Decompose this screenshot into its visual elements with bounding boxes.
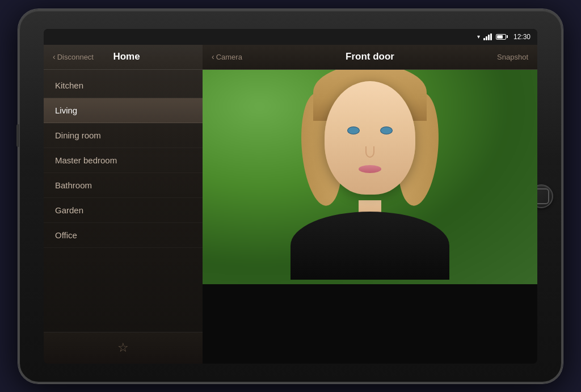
camera-bottom-area bbox=[203, 284, 537, 364]
sidebar-item-label: Dining room bbox=[55, 130, 101, 140]
camera-title: Front door bbox=[257, 51, 483, 62]
nose bbox=[365, 146, 374, 158]
wifi-icon: ▾ bbox=[477, 33, 480, 40]
sidebar-item-bathroom[interactable]: Bathroom bbox=[44, 173, 203, 198]
battery-tip bbox=[507, 35, 508, 38]
person-head bbox=[325, 81, 415, 206]
battery-icon bbox=[496, 34, 508, 40]
sidebar-item-label: Living bbox=[55, 106, 77, 115]
tablet-device: ▾ 12:30 bbox=[18, 9, 563, 383]
camera-back-label: Camera bbox=[216, 53, 242, 61]
favorites-icon[interactable]: ☆ bbox=[117, 340, 129, 355]
sidebar: ‹ Disconnect Home Kitchen Living Dining … bbox=[44, 45, 203, 364]
disconnect-button[interactable]: ‹ Disconnect bbox=[53, 52, 94, 61]
sidebar-item-master-bedroom[interactable]: Master bedroom bbox=[44, 148, 203, 173]
snapshot-button[interactable]: Snapshot bbox=[483, 53, 528, 61]
sidebar-item-label: Bathroom bbox=[55, 180, 92, 190]
battery-fill bbox=[497, 35, 503, 39]
eye-right bbox=[380, 127, 393, 134]
status-bar: ▾ 12:30 bbox=[44, 29, 537, 45]
nav-list: Kitchen Living Dining room Master bedroo… bbox=[44, 70, 203, 332]
eye-left bbox=[347, 127, 360, 134]
signal-bar-2 bbox=[486, 36, 487, 40]
sidebar-item-label: Master bedroom bbox=[55, 155, 117, 165]
camera-back-button[interactable]: ‹ Camera bbox=[212, 52, 257, 61]
sidebar-item-living[interactable]: Living bbox=[44, 98, 203, 123]
screen: ▾ 12:30 bbox=[44, 29, 537, 364]
status-time: 12:30 bbox=[513, 33, 531, 41]
sidebar-item-office[interactable]: Office bbox=[44, 223, 203, 248]
camera-image bbox=[203, 70, 537, 284]
camera-panel: ‹ Camera Front door Snapshot bbox=[203, 45, 537, 364]
signal-bar-1 bbox=[483, 38, 485, 40]
eyes bbox=[325, 127, 415, 134]
sidebar-item-label: Office bbox=[55, 230, 77, 240]
signal-icon bbox=[483, 33, 492, 40]
chevron-left-icon: ‹ bbox=[212, 52, 214, 61]
disconnect-label: Disconnect bbox=[57, 53, 94, 61]
sidebar-item-label: Garden bbox=[55, 205, 83, 215]
sidebar-item-kitchen[interactable]: Kitchen bbox=[44, 73, 203, 98]
signal-bar-4 bbox=[490, 33, 492, 40]
status-icons: ▾ 12:30 bbox=[477, 33, 531, 41]
sidebar-header: ‹ Disconnect Home bbox=[44, 45, 203, 70]
camera-feed bbox=[203, 70, 537, 364]
sidebar-item-label: Kitchen bbox=[55, 81, 83, 90]
lips bbox=[359, 165, 381, 173]
signal-bar-3 bbox=[488, 35, 490, 40]
chevron-left-icon: ‹ bbox=[53, 52, 56, 61]
face bbox=[325, 81, 415, 195]
content-area: ‹ Disconnect Home Kitchen Living Dining … bbox=[44, 45, 537, 364]
battery-body bbox=[496, 34, 506, 40]
sidebar-item-garden[interactable]: Garden bbox=[44, 198, 203, 223]
sidebar-title: Home bbox=[94, 51, 159, 62]
body bbox=[290, 212, 449, 280]
sidebar-item-dining-room[interactable]: Dining room bbox=[44, 123, 203, 148]
camera-header: ‹ Camera Front door Snapshot bbox=[203, 45, 537, 70]
person-figure bbox=[203, 70, 537, 284]
sidebar-footer: ☆ bbox=[44, 332, 203, 364]
